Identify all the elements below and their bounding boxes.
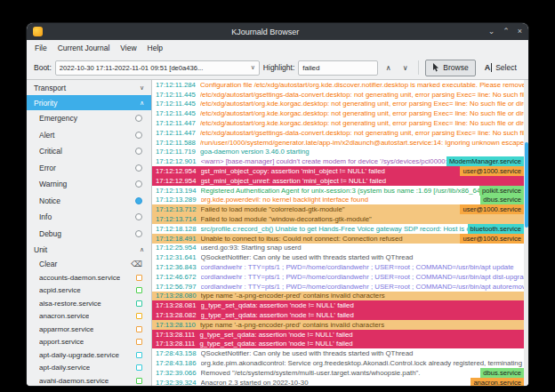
unit-checkbox[interactable] <box>136 339 142 345</box>
log-message: cordlandwehr : TTY=pts/1 ; PWD=/home/cor… <box>201 273 524 281</box>
close-icon[interactable]: × <box>518 28 522 36</box>
menu-item-view[interactable]: View <box>115 40 141 56</box>
log-row[interactable]: 17:12:12.954gst_mini_object_copy: assert… <box>152 166 524 176</box>
priority-option-emergency[interactable]: Emergency <box>27 110 151 127</box>
log-row[interactable]: 17:12:12.954gst_mini_object_unref: asser… <box>152 176 524 186</box>
priority-option-error[interactable]: Error <box>27 160 151 177</box>
log-row[interactable]: 17:13:28.080type name '-a-png-encoder-pr… <box>152 292 524 301</box>
unit-checkbox[interactable] <box>136 313 142 319</box>
log-row[interactable]: 17:12:36.843cordlandwehr : TTY=pts/1 ; P… <box>152 262 524 272</box>
log-row[interactable]: 17:28:43.158QSocketNotifier: Can only be… <box>152 348 524 358</box>
log-timestamp: 17:12:11.447 <box>156 129 196 137</box>
log-timestamp: 17:13:28.082 <box>156 311 197 319</box>
log-message: <warn> [base-manager] couldn't create mo… <box>201 157 446 165</box>
priority-option-critical[interactable]: Critical <box>27 143 151 160</box>
clear-units-button[interactable]: Clear ⌫ <box>27 257 151 271</box>
toolbar-separator <box>418 60 419 75</box>
priority-option-info[interactable]: Info <box>27 209 151 226</box>
section-unit[interactable]: Unit ∧ <box>27 242 151 257</box>
log-row[interactable]: 17:12:13.194Registered Authentication Ag… <box>152 186 524 196</box>
unit-filter-apport-service[interactable]: apport.service <box>27 336 151 349</box>
priority-option-alert[interactable]: Alert <box>27 127 151 144</box>
section-priority[interactable]: Priority ∧ <box>27 95 151 110</box>
log-message: /etc/xdg/autostart/org.kde.korgac.deskto… <box>200 109 524 117</box>
unit-filter-acpid-service[interactable]: acpid.service <box>27 284 151 298</box>
log-row[interactable]: 17:12:31.641QSocketNotifier: Can only be… <box>152 252 524 262</box>
log-message: /etc/xdg/autostart/org.kde.korgac.deskto… <box>200 100 524 108</box>
log-row[interactable]: 17:12:11.445/etc/xdg/autostart/org.kde.k… <box>152 100 524 109</box>
minimize-icon[interactable]: ⌄ <box>488 28 495 36</box>
radio-button[interactable] <box>135 230 142 237</box>
log-row[interactable]: 17:28:43.186org.kde.pim.akonadicontrol: … <box>152 358 524 368</box>
log-row[interactable]: 17:12:13.289org.kde.powerdevil: no kerne… <box>152 196 524 205</box>
log-row[interactable]: 17:12:56.797cordlandwehr : TTY=pts/1 ; P… <box>152 282 524 292</box>
log-row[interactable]: 17:12:11.445/etc/xdg/autostart/org.kde.k… <box>152 108 524 118</box>
log-row[interactable]: 17:12:11.588/run/user/1000/systemd/gener… <box>152 138 524 148</box>
unit-filter-anacron-service[interactable]: anacron.service <box>27 310 151 324</box>
priority-option-warning[interactable]: Warning <box>27 176 151 193</box>
boot-combobox[interactable]: 2022-10-30 17:11-2022-11-01 09:51 [de0a4… <box>55 60 260 76</box>
log-row[interactable]: 17:12:11.445/etc/xdg/autostart/gsettings… <box>152 90 524 100</box>
highlight-input[interactable] <box>298 60 378 76</box>
menu-item-file[interactable]: File <box>29 40 52 56</box>
window-controls: ⌄ ⌃ × <box>488 28 522 36</box>
radio-button[interactable] <box>135 180 142 188</box>
log-timestamp: 17:12:13.289 <box>156 196 197 204</box>
log-row[interactable]: 17:12:13.712Failed to load module "color… <box>152 204 524 214</box>
log-row[interactable]: 17:13:28.111g_type_set_qdata: assertion … <box>152 330 524 340</box>
menu-item-help[interactable]: Help <box>142 40 168 56</box>
unit-checkbox[interactable] <box>136 287 142 293</box>
log-row[interactable]: 17:12:18.491Unable to connect to ibus: C… <box>152 234 524 244</box>
log-row[interactable]: 17:12:13.714Failed to load module "windo… <box>152 214 524 224</box>
log-message: g_type_set_qdata: assertion 'node != NUL… <box>201 311 524 319</box>
log-row[interactable]: 17:13:28.110type name '-a-png-encoder-pr… <box>152 320 524 330</box>
radio-button[interactable] <box>135 148 142 155</box>
radio-button[interactable] <box>135 115 142 122</box>
priority-option-notice[interactable]: Notice <box>27 193 151 210</box>
priority-option-debug[interactable]: Debug <box>27 226 151 243</box>
search-next-button[interactable]: ∨ <box>398 61 412 75</box>
log-row[interactable]: 17:13:28.081g_type_set_qdata: assertion … <box>152 300 524 310</box>
titlebar[interactable]: KJournald Browser ⌄ ⌃ × <box>27 23 528 40</box>
section-transport[interactable]: Transport ∨ <box>27 80 151 95</box>
radio-button[interactable] <box>135 213 142 220</box>
maximize-icon[interactable]: ⌃ <box>503 28 510 36</box>
unit-filter-accounts-daemon-service[interactable]: accounts-daemon.service <box>27 271 151 284</box>
log-row[interactable]: 17:32:39.066Removed "/etc/systemd/system… <box>152 368 524 378</box>
log-row[interactable]: 17:13:28.111g_type_set_qdata: assertion … <box>152 340 524 349</box>
log-row[interactable]: 17:12:11.447/etc/xdg/autostart/gsettings… <box>152 128 524 138</box>
log-row[interactable]: 17:12:25.954userd.go:93: Starting snap u… <box>152 244 524 253</box>
log-row[interactable]: 17:12:11.719goa-daemon version 3.46.0 st… <box>152 148 524 157</box>
unit-filter-apt-daily-upgrade-service[interactable]: apt-daily-upgrade.service <box>27 348 151 362</box>
log-row[interactable]: 17:13:28.082g_type_set_qdata: assertion … <box>152 310 524 320</box>
unit-checkbox[interactable] <box>136 300 142 307</box>
unit-filter-apt-daily-service[interactable]: apt-daily.service <box>27 362 151 375</box>
unit-checkbox[interactable] <box>136 326 142 332</box>
unit-checkbox[interactable] <box>136 275 142 281</box>
log-row[interactable]: 17:12:11.447/etc/xdg/autostart/org.kde.k… <box>152 118 524 128</box>
radio-button[interactable] <box>135 164 142 172</box>
unit-filter-alsa-restore-service[interactable]: alsa-restore.service <box>27 297 151 310</box>
log-row[interactable]: 17:12:46.672cordlandwehr : TTY=pts/1 ; P… <box>152 272 524 282</box>
log-row[interactable]: 17:32:39.324Anacron 2.3 started on 2022-… <box>152 378 524 386</box>
select-button[interactable]: A Select <box>479 60 522 76</box>
radio-button[interactable] <box>135 132 142 139</box>
radio-button[interactable] <box>135 197 142 204</box>
menu-item-current-journal[interactable]: Current Journal <box>52 40 116 56</box>
unit-badge: user@1000.service <box>460 204 524 214</box>
unit-filter-apparmor-service[interactable]: apparmor.service <box>27 323 151 336</box>
unit-filter-avahi-daemon-service[interactable]: avahi-daemon.service <box>27 374 151 386</box>
unit-checkbox[interactable] <box>136 364 142 371</box>
scrollbar[interactable] <box>524 80 528 386</box>
unit-checkbox[interactable] <box>136 378 142 384</box>
search-prev-button[interactable]: ∧ <box>382 61 395 75</box>
log-row[interactable]: 17:12:18.128src/profile.c:record_cb() Un… <box>152 224 524 234</box>
browse-button[interactable]: Browse <box>425 60 475 76</box>
log-row[interactable]: 17:12:11.284Configuration file /etc/xdg/… <box>152 80 524 90</box>
log-row[interactable]: 17:12:12.901<warn> [base-manager] couldn… <box>152 156 524 166</box>
log-message: Failed to load module "window-decoration… <box>201 215 524 223</box>
unit-badge: ModemManager.service <box>446 156 524 166</box>
scrollbar-handle[interactable] <box>525 142 528 228</box>
log-message: src/profile.c:record_cb() Unable to get … <box>201 225 468 233</box>
unit-checkbox[interactable] <box>136 352 142 358</box>
